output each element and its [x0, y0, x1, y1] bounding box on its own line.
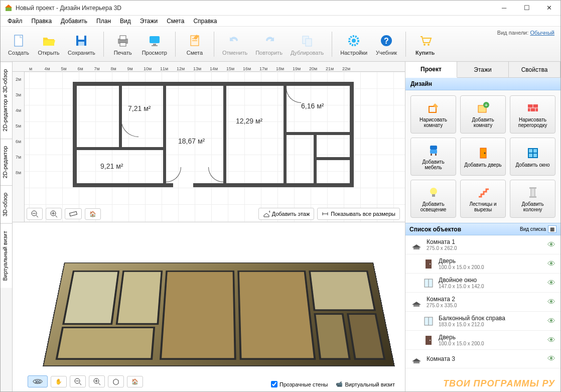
- svg-rect-73: [413, 305, 419, 307]
- room-icon: [410, 353, 423, 365]
- tab-floors[interactable]: Этажи: [457, 62, 509, 77]
- zoom-in-3d-button[interactable]: [89, 375, 105, 387]
- door-icon: [423, 258, 435, 270]
- svg-rect-54: [430, 150, 437, 154]
- plan-2d-viewport[interactable]: 2м3м4м5м6м7м8м: [13, 72, 405, 222]
- menu-estimate[interactable]: Смета: [163, 17, 188, 26]
- zoom-in-button[interactable]: [46, 208, 62, 220]
- objlist-title: Список объектов: [409, 226, 461, 233]
- menu-floors[interactable]: Этажи: [136, 17, 162, 26]
- visibility-icon[interactable]: 👁: [547, 317, 555, 326]
- menu-edit[interactable]: Правка: [28, 17, 56, 26]
- list-item[interactable]: Комната 2275.0 x 335.0👁: [405, 293, 560, 312]
- stairs-button[interactable]: Лестницы и вырезы: [460, 180, 506, 218]
- close-button[interactable]: ✕: [538, 1, 560, 15]
- list-item[interactable]: Двойное окно147.0 x 15.0 x 142.0👁: [405, 274, 560, 293]
- panel-mode-link[interactable]: Обычный: [530, 30, 554, 36]
- minimize-button[interactable]: ─: [493, 1, 515, 15]
- draw-room-button[interactable]: Нарисовать комнату: [410, 95, 456, 134]
- svg-rect-66: [529, 187, 536, 189]
- cube-button[interactable]: [108, 375, 124, 387]
- duplicate-icon: [299, 33, 315, 49]
- panel-mode: Вид панели: Обычный: [497, 30, 554, 36]
- virtual-visit-button[interactable]: 📹Виртуальный визит: [336, 381, 395, 387]
- rotate-360-button[interactable]: 360: [28, 375, 48, 387]
- pencil-room-icon: [427, 101, 441, 115]
- duplicate-button[interactable]: Дублировать: [288, 31, 327, 58]
- view-3d-viewport[interactable]: 360 ✋ 🏠 Прозрачные стены 📹Виртуальный ви…: [13, 222, 405, 391]
- buy-button[interactable]: Купить: [411, 31, 439, 58]
- home-button[interactable]: 🏠: [85, 208, 101, 220]
- add-light-button[interactable]: Добавить освещение: [410, 180, 456, 218]
- menu-file[interactable]: Файл: [4, 17, 27, 26]
- list-item[interactable]: Комната 3👁: [405, 350, 560, 368]
- menu-help[interactable]: Справка: [189, 17, 221, 26]
- print-button[interactable]: Печать: [109, 31, 137, 58]
- add-column-button[interactable]: Добавить колонну: [510, 180, 555, 218]
- menu-view[interactable]: Вид: [116, 17, 135, 26]
- svg-rect-56: [431, 154, 432, 156]
- menu-add[interactable]: Добавить: [57, 17, 91, 26]
- list-item[interactable]: Балконный блок справа183.0 x 15.0 x 212.…: [405, 312, 560, 331]
- tutorial-button[interactable]: ?Учебник: [372, 31, 400, 58]
- window-icon: [526, 146, 540, 160]
- add-door-button[interactable]: Добавить дверь: [460, 138, 506, 176]
- save-button[interactable]: Сохранить: [65, 31, 98, 58]
- svg-point-63: [430, 188, 437, 195]
- create-button[interactable]: Создать: [5, 31, 33, 58]
- menubar: Файл Правка Добавить План Вид Этажи Смет…: [1, 16, 560, 27]
- visibility-icon[interactable]: 👁: [547, 279, 555, 288]
- add-floor-button[interactable]: +Добавить этаж: [258, 208, 314, 220]
- zoom-out-button[interactable]: [27, 208, 43, 220]
- undo-button[interactable]: Отменить: [219, 31, 250, 58]
- sidetab-3d[interactable]: 3D-обзор: [1, 185, 12, 223]
- svg-rect-78: [413, 361, 419, 363]
- menu-plan[interactable]: План: [92, 17, 115, 26]
- zoom-out-3d-button[interactable]: [70, 375, 86, 387]
- svg-text:+: +: [268, 210, 270, 214]
- sidetab-combo[interactable]: 2D-редактор и 3D-обзор: [1, 62, 12, 139]
- list-item[interactable]: Дверь100.0 x 15.0 x 200.0👁: [405, 331, 560, 350]
- settings-button[interactable]: Настройки: [337, 31, 370, 58]
- svg-rect-9: [120, 43, 126, 46]
- redo-button[interactable]: Повторить: [252, 31, 286, 58]
- visibility-icon[interactable]: 👁: [547, 354, 555, 363]
- visibility-icon[interactable]: 👁: [547, 298, 555, 307]
- list-item[interactable]: Дверь100.0 x 15.0 x 200.0👁: [405, 254, 560, 274]
- preview-button[interactable]: Просмотр: [139, 31, 170, 58]
- measure-button[interactable]: [65, 208, 82, 219]
- open-button[interactable]: Открыть: [35, 31, 63, 58]
- tab-project[interactable]: Проект: [405, 62, 457, 78]
- svg-rect-69: [426, 259, 432, 269]
- door-icon: [476, 146, 490, 160]
- maximize-button[interactable]: ☐: [515, 1, 538, 15]
- svg-point-22: [424, 44, 426, 46]
- svg-rect-64: [432, 194, 435, 197]
- sidetab-virtual[interactable]: Виртуальный визит: [1, 223, 12, 288]
- transparent-walls-checkbox[interactable]: Прозрачные стены: [271, 381, 328, 387]
- main-toolbar: Создать Открыть Сохранить Печать Просмот…: [1, 27, 560, 62]
- add-furniture-button[interactable]: Добавить мебель: [410, 138, 456, 176]
- add-room-button[interactable]: +Добавить комнату: [460, 95, 506, 134]
- svg-rect-57: [435, 154, 437, 156]
- svg-text:+: +: [485, 102, 488, 108]
- estimate-button[interactable]: Смета: [181, 31, 209, 58]
- visibility-icon[interactable]: 👁: [547, 240, 555, 249]
- render-3d: [43, 263, 395, 366]
- room-icon: [410, 239, 423, 251]
- svg-line-39: [79, 383, 81, 385]
- sidetab-2d[interactable]: 2D-редактор: [1, 139, 12, 185]
- visibility-icon[interactable]: 👁: [547, 336, 555, 345]
- home-3d-button[interactable]: 🏠: [127, 376, 143, 387]
- side-tabs: 2D-редактор и 3D-обзор 2D-редактор 3D-об…: [1, 62, 13, 391]
- pan-button[interactable]: ✋: [51, 376, 67, 387]
- list-view-icon[interactable]: ▦: [548, 225, 556, 233]
- draw-partition-button[interactable]: Нарисовать перегородку: [510, 95, 555, 134]
- tab-props[interactable]: Свойства: [509, 62, 560, 77]
- visibility-icon[interactable]: 👁: [547, 259, 555, 269]
- show-dims-button[interactable]: Показывать все размеры: [317, 208, 400, 220]
- brick-icon: [526, 101, 540, 115]
- svg-rect-8: [120, 36, 126, 40]
- add-window-button[interactable]: Добавить окно: [510, 138, 555, 176]
- list-item[interactable]: Комната 1275.0 x 262.0👁: [405, 235, 560, 254]
